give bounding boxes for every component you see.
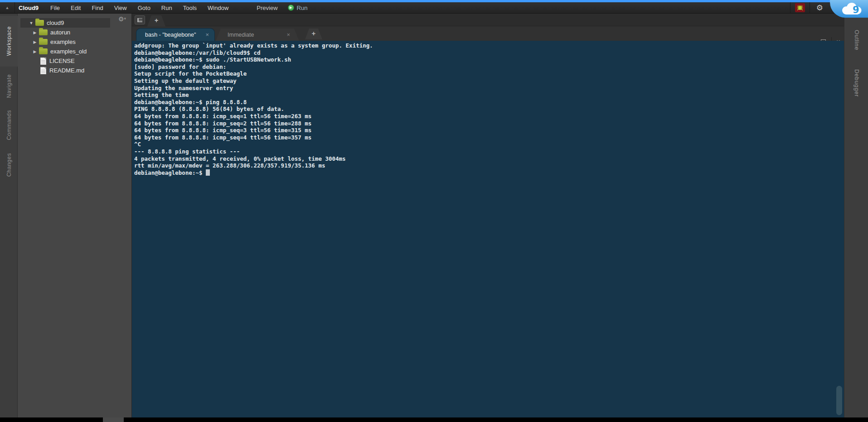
tree-item-label: examples_old [50, 48, 87, 55]
console-pane: + bash - "beaglebone" × Immediate × + × … [131, 14, 844, 417]
tree-item-label: LICENSE [49, 58, 75, 64]
left-panel-rail: Workspace Navigate Commands Changes [0, 14, 18, 417]
gear-icon: ⚙ [816, 4, 823, 12]
menu-tools[interactable]: Tools [178, 2, 202, 13]
editor-tab-strip: + [132, 14, 844, 26]
terminal-line: 64 bytes from 8.8.8.8: icmp_seq=2 ttl=56… [134, 120, 844, 127]
terminal-prompt-line: debian@beaglebone:~$ [134, 169, 844, 177]
menu-view[interactable]: View [109, 2, 132, 13]
rail-tab-workspace[interactable]: Workspace [0, 16, 18, 67]
twisty-collapsed-icon[interactable]: ▶ [32, 40, 38, 44]
bug-icon [796, 4, 804, 11]
top-accent-bar [0, 0, 868, 2]
tree-item-label: autorun [50, 29, 70, 36]
terminal-line: 64 bytes from 8.8.8.8: icmp_seq=1 ttl=56… [134, 113, 844, 120]
tab-list-icon [137, 18, 142, 22]
rail-tab-navigate[interactable]: Navigate [0, 68, 18, 104]
terminal-line: Updating the nameserver entry [134, 85, 844, 92]
cloud9-logo-icon: 9 [839, 2, 864, 16]
cloud9-ide-window: ▲ Cloud9 File Edit Find View Goto Run To… [0, 0, 868, 422]
close-icon[interactable]: × [205, 31, 209, 38]
menubar-separator [790, 2, 790, 14]
terminal-line: Setting up the default gateway [134, 77, 844, 85]
tree-item-examples[interactable]: ▶ examples [18, 37, 131, 47]
rail-tab-debugger[interactable]: Debugger [844, 61, 868, 106]
twisty-collapsed-icon[interactable]: ▶ [32, 30, 38, 35]
rail-tab-changes[interactable]: Changes [0, 146, 18, 183]
console-tab-bar: bash - "beaglebone" × Immediate × + × [132, 26, 844, 41]
menu-file[interactable]: File [45, 2, 65, 13]
folder-icon [35, 20, 44, 26]
terminal-prompt-text: debian@beaglebone:~$ [134, 169, 206, 176]
terminal-line: 64 bytes from 8.8.8.8: icmp_seq=4 ttl=56… [134, 134, 844, 141]
tree-item-label: examples [50, 38, 76, 45]
tree-item-license[interactable]: LICENSE [18, 56, 131, 66]
twisty-collapsed-icon[interactable]: ▶ [32, 49, 38, 54]
tab-label: Immediate [228, 32, 254, 38]
debug-bug-button[interactable] [795, 3, 805, 12]
menu-cloud9[interactable]: Cloud9 [15, 2, 45, 13]
tab-label: bash - "beaglebone" [145, 32, 196, 38]
menu-window[interactable]: Window [202, 2, 234, 13]
rail-tab-commands-label: Commands [6, 110, 12, 140]
new-console-tab-button[interactable]: + [305, 29, 322, 39]
terminal-line: ^C [134, 141, 844, 148]
rail-tab-debugger-label: Debugger [853, 69, 860, 97]
terminal-line: --- 8.8.8.8 ping statistics --- [134, 148, 844, 155]
tree-item-autorun[interactable]: ▶ autorun [18, 28, 131, 37]
workspace-file-tree: ⚙▾ ▼ cloud9 ▶ autorun ▶ examples ▶ examp… [18, 14, 131, 417]
terminal-line: debian@beaglebone:~$ sudo ./StartUSBNetw… [134, 56, 844, 63]
menu-find[interactable]: Find [86, 2, 108, 13]
tree-item-cloud9[interactable]: ▼ cloud9 [20, 18, 110, 28]
settings-gear-button[interactable]: ⚙ [816, 4, 823, 12]
tree-item-label: cloud9 [47, 19, 64, 26]
terminal-line: Setting the time [134, 91, 844, 99]
terminal-line: Setup script for the PocketBeagle [134, 70, 844, 77]
preview-button[interactable]: Preview [251, 5, 283, 11]
tab-list-button[interactable] [135, 15, 145, 24]
terminal-line: debian@beaglebone:/var/lib/cloud9$ cd [134, 49, 844, 57]
menubar: ▲ Cloud9 File Edit Find View Goto Run To… [0, 2, 868, 14]
run-button[interactable]: ▶ Run [288, 5, 308, 11]
tab-immediate[interactable]: Immediate × [216, 29, 299, 41]
close-icon[interactable]: × [286, 31, 290, 38]
terminal-line: 64 bytes from 8.8.8.8: icmp_seq=3 ttl=56… [134, 127, 844, 134]
rail-tab-workspace-label: Workspace [6, 26, 12, 56]
menu-run[interactable]: Run [156, 2, 178, 13]
rail-tab-outline[interactable]: Outline [844, 22, 868, 59]
terminal-line: debian@beaglebone:~$ ping 8.8.8.8 [134, 99, 844, 106]
svg-text:9: 9 [853, 5, 859, 15]
run-button-label: Run [297, 5, 308, 11]
folder-icon [39, 48, 48, 54]
terminal-line: addgroup: The group `input' already exis… [134, 42, 844, 49]
file-icon [40, 67, 46, 74]
folder-icon [39, 39, 48, 45]
menu-goto[interactable]: Goto [132, 2, 156, 13]
collapse-menubar-button[interactable]: ▲ [0, 2, 15, 13]
twisty-expanded-icon[interactable]: ▼ [29, 21, 34, 25]
file-icon [40, 58, 46, 65]
play-icon: ▶ [288, 5, 294, 11]
terminal-output[interactable]: addgroup: The group `input' already exis… [132, 41, 844, 417]
rail-tab-changes-label: Changes [6, 153, 12, 177]
right-panel-rail: Outline Debugger [844, 14, 868, 417]
menubar-separator [810, 2, 810, 14]
folder-icon [39, 29, 48, 35]
tree-item-examples-old[interactable]: ▶ examples_old [18, 47, 131, 56]
tab-bash-beaglebone[interactable]: bash - "beaglebone" × [136, 29, 214, 41]
triangle-up-icon: ▲ [5, 5, 10, 10]
rail-tab-outline-label: Outline [853, 30, 860, 50]
new-editor-tab-button[interactable]: + [147, 15, 165, 26]
menu-edit[interactable]: Edit [65, 2, 86, 13]
horizontal-scrollbar-thumb[interactable] [103, 417, 124, 422]
terminal-line: rtt min/avg/max/mdev = 263.288/306.228/3… [134, 162, 844, 169]
tree-item-readme[interactable]: README.md [18, 66, 131, 75]
rail-tab-navigate-label: Navigate [6, 74, 12, 98]
terminal-scrollbar-thumb[interactable] [836, 386, 842, 415]
bottom-bar [0, 417, 868, 422]
terminal-line: [sudo] password for debian: [134, 63, 844, 71]
terminal-cursor[interactable] [206, 169, 210, 176]
terminal-line: PING 8.8.8.8 (8.8.8.8) 56(84) bytes of d… [134, 106, 844, 113]
rail-tab-commands[interactable]: Commands [0, 105, 18, 145]
terminal-line: 4 packets transmitted, 4 received, 0% pa… [134, 155, 844, 163]
